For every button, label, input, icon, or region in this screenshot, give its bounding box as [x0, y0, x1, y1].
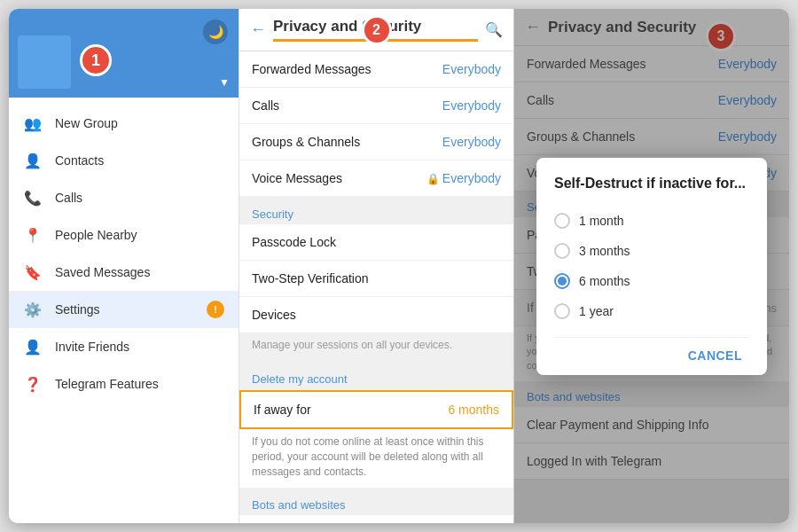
sidebar-item-label: Telegram Features	[55, 377, 159, 391]
saved-messages-icon: 🔖	[23, 262, 43, 282]
sidebar-item-label: Contacts	[55, 153, 104, 168]
search-icon[interactable]: 🔍	[485, 21, 503, 38]
moon-icon: 🌙	[208, 25, 223, 39]
sidebar-header: 🌙 1 ▼	[9, 9, 239, 98]
people-nearby-icon: 📍	[23, 225, 43, 245]
groups-channels-item[interactable]: Groups & Channels Everybody	[239, 124, 513, 160]
right-privacy-panel: ← Privacy and Security 3 Forwarded Messa…	[514, 9, 789, 523]
sidebar-item-label: Saved Messages	[55, 265, 150, 279]
sidebar-item-settings[interactable]: ⚙️ Settings !	[9, 291, 239, 328]
settings-header: ← Privacy and Security 🔍 2	[239, 9, 513, 51]
radio-3months[interactable]	[554, 243, 570, 259]
settings-content: Forwarded Messages Everybody Calls Every…	[239, 51, 513, 523]
radio-1year[interactable]	[554, 303, 570, 319]
dialog-actions: CANCEL	[554, 337, 749, 366]
passcode-lock-item[interactable]: Passcode Lock	[239, 224, 513, 261]
self-destruct-dialog: Self-Destruct if inactive for... 1 month…	[536, 158, 767, 375]
sidebar-item-invite-friends[interactable]: 👤 Invite Friends	[9, 328, 239, 365]
option-1month-label: 1 month	[579, 214, 624, 228]
sidebar-nav: 👥 New Group 👤 Contacts 📞 Calls 📍 People …	[9, 98, 239, 523]
sidebar-item-contacts[interactable]: 👤 Contacts	[9, 142, 239, 179]
if-away-item[interactable]: If away for 6 months	[239, 390, 513, 429]
settings-icon: ⚙️	[23, 300, 43, 319]
option-6months-label: 6 months	[579, 274, 630, 288]
sidebar: 🌙 1 ▼ 👥 New Group 👤 Contacts 📞 Calls 📍	[9, 9, 239, 523]
theme-toggle[interactable]: 🌙	[203, 20, 228, 44]
delete-account-link[interactable]: Delete my account	[252, 372, 348, 386]
avatar	[18, 35, 71, 89]
option-1-month[interactable]: 1 month	[554, 206, 749, 236]
option-3months-label: 3 months	[579, 244, 630, 258]
sidebar-item-label: New Group	[55, 116, 118, 130]
sidebar-item-label: Settings	[55, 302, 100, 317]
dropdown-arrow[interactable]: ▼	[219, 76, 230, 89]
bots-section-label: Bots and websites	[239, 488, 513, 515]
calls-item[interactable]: Calls Everybody	[239, 88, 513, 124]
dialog-title: Self-Destruct if inactive for...	[554, 176, 749, 192]
radio-selected-dot	[558, 277, 567, 286]
sidebar-item-label: Invite Friends	[55, 340, 129, 354]
sidebar-item-label: People Nearby	[55, 228, 137, 242]
option-1year-label: 1 year	[579, 304, 614, 318]
cancel-button[interactable]: CANCEL	[681, 345, 749, 366]
sidebar-item-label: Calls	[55, 191, 82, 205]
forwarded-messages-item[interactable]: Forwarded Messages Everybody	[239, 51, 513, 88]
dialog-overlay: Self-Destruct if inactive for... 1 month…	[514, 9, 789, 523]
new-group-icon: 👥	[23, 113, 43, 133]
sidebar-item-saved-messages[interactable]: 🔖 Saved Messages	[9, 254, 239, 291]
features-icon: ❓	[23, 374, 43, 394]
radio-6months[interactable]	[554, 273, 570, 289]
sidebar-item-calls[interactable]: 📞 Calls	[9, 179, 239, 216]
privacy-settings-panel: ← Privacy and Security 🔍 2 Forwarded Mes…	[239, 9, 514, 523]
voice-messages-item[interactable]: Voice Messages Everybody	[239, 160, 513, 197]
clear-payment-item[interactable]: Clear Payment and Shipping Info	[239, 515, 513, 523]
devices-sub-text: Manage your sessions on all your devices…	[239, 333, 513, 360]
app-container: 🌙 1 ▼ 👥 New Group 👤 Contacts 📞 Calls 📍	[9, 9, 789, 523]
sidebar-item-new-group[interactable]: 👥 New Group	[9, 105, 239, 142]
devices-item[interactable]: Devices	[239, 297, 513, 333]
sidebar-item-telegram-features[interactable]: ❓ Telegram Features	[9, 365, 239, 403]
calls-icon: 📞	[23, 188, 43, 207]
security-section-label: Security	[239, 197, 513, 224]
sidebar-item-people-nearby[interactable]: 📍 People Nearby	[9, 216, 239, 254]
two-step-item[interactable]: Two-Step Verification	[239, 261, 513, 297]
radio-1month[interactable]	[554, 213, 570, 229]
contacts-icon: 👤	[23, 151, 43, 170]
option-6-months[interactable]: 6 months	[554, 266, 749, 296]
option-1-year[interactable]: 1 year	[554, 296, 749, 326]
if-away-description: If you do not come online at least once …	[239, 429, 513, 488]
delete-account-section: Delete my account	[239, 360, 513, 390]
settings-badge: !	[207, 301, 224, 318]
invite-icon: 👤	[23, 337, 43, 356]
circle-1-badge: 1	[80, 44, 112, 76]
option-3-months[interactable]: 3 months	[554, 236, 749, 266]
back-button[interactable]: ←	[250, 20, 266, 39]
circle-2-badge: 2	[362, 15, 392, 45]
